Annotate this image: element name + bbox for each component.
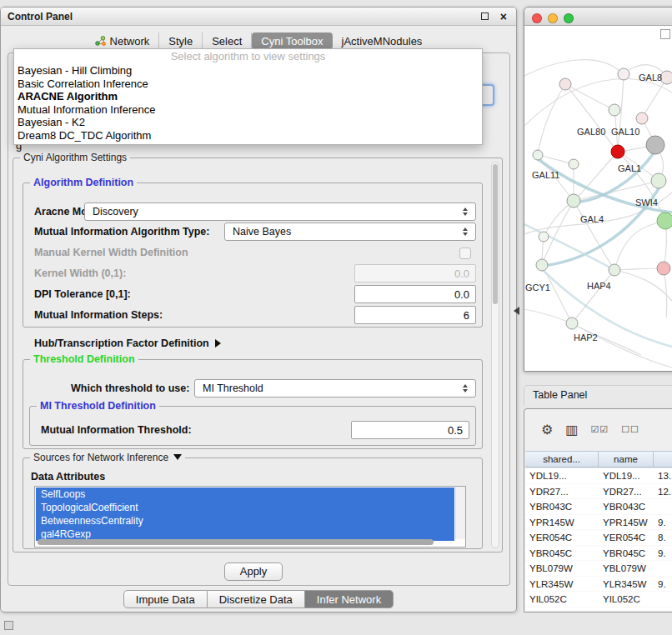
network-edge[interactable] — [524, 79, 672, 126]
table-cell: YIL052C — [599, 592, 654, 607]
network-edge[interactable] — [524, 309, 572, 323]
table-cell: YBR043C — [599, 499, 654, 514]
which-threshold-select[interactable]: MI Threshold — [194, 379, 476, 398]
node-label: GAL80 — [577, 127, 605, 137]
network-edge[interactable] — [565, 84, 614, 110]
dropdown-item[interactable]: Bayesian - K2 — [14, 116, 482, 129]
network-node[interactable] — [539, 232, 549, 242]
network-graph[interactable]: GAL8GAL80GAL10GAL11GAL1SWI4GAL4GCY1HAP4H… — [524, 26, 672, 371]
network-edge[interactable] — [524, 60, 624, 76]
table-row[interactable]: YBR045CYBR045C9. — [525, 546, 672, 562]
attribute-items: SelfLoopsTopologicalCoefficientBetweenne… — [36, 488, 454, 541]
table-row[interactable]: YPR145WYPR145W9. — [525, 515, 672, 531]
network-node[interactable] — [609, 264, 620, 276]
node-label: GAL11 — [532, 170, 559, 180]
network-canvas[interactable]: GAL8GAL80GAL10GAL11GAL1SWI4GAL4GCY1HAP4H… — [524, 26, 672, 371]
node-label: GAL1 — [618, 163, 641, 173]
aracne-mode-select[interactable]: Discovery — [84, 202, 476, 221]
table-cell: 9. — [654, 577, 672, 592]
attribute-list-item[interactable]: SelfLoops — [36, 488, 454, 501]
table-cell: 9. — [654, 546, 672, 561]
network-node[interactable] — [559, 78, 571, 90]
network-icon — [95, 36, 106, 46]
table-row[interactable]: YBR043CYBR043C — [525, 499, 672, 515]
dropdown-item[interactable]: Basic Correlation Inference — [14, 78, 482, 91]
bottom-tab-infer-network[interactable]: Infer Network — [305, 590, 394, 608]
network-node[interactable] — [618, 68, 629, 80]
table-cell — [654, 561, 672, 576]
apply-button[interactable]: Apply — [224, 562, 283, 581]
tab-style[interactable]: Style — [159, 32, 203, 49]
dropdown-item[interactable]: Dream8 DC_TDC Algorithm — [14, 129, 482, 142]
bottom-tab-discretize-data[interactable]: Discretize Data — [208, 590, 305, 608]
network-node[interactable] — [657, 212, 672, 229]
network-edge[interactable] — [538, 84, 565, 155]
network-edge[interactable] — [572, 323, 672, 368]
network-window-titlebar[interactable] — [524, 8, 672, 26]
table-row[interactable]: YDL19...YDL19...13... — [525, 468, 672, 484]
table-cell: 9. — [654, 515, 672, 530]
corner-panel-icon[interactable] — [4, 621, 13, 630]
dropdown-item[interactable]: ARACNE Algorithm — [14, 90, 482, 103]
bottom-tab-impute-data[interactable]: Impute Data — [123, 590, 208, 608]
network-node[interactable] — [567, 194, 580, 208]
traffic-light-zoom-icon[interactable] — [564, 13, 574, 23]
table-row[interactable]: YDR27...YDR27...12... — [525, 484, 672, 500]
dpi-tolerance-input[interactable] — [354, 285, 476, 303]
columns-icon[interactable]: ▥ — [565, 422, 578, 438]
unchecked-pair-icon[interactable]: ☐☐ — [621, 424, 639, 435]
attribute-list-item[interactable]: BetweennessCentrality — [36, 514, 454, 528]
column-header[interactable]: shared... — [525, 452, 599, 467]
traffic-light-close-icon[interactable] — [532, 13, 542, 23]
settings-scrollbar-thumb[interactable] — [493, 164, 498, 304]
network-node[interactable] — [569, 159, 579, 169]
network-node[interactable] — [651, 173, 666, 188]
table-panel-title[interactable]: Table Panel — [524, 385, 672, 405]
traffic-light-minimize-icon[interactable] — [548, 13, 558, 23]
mi-type-select[interactable]: Naive Bayes — [224, 222, 476, 241]
mi-threshold-input[interactable] — [351, 421, 469, 439]
control-panel-titlebar[interactable]: Control Panel × — [1, 8, 516, 26]
tab-select[interactable]: Select — [203, 32, 252, 49]
tab-cyni-toolbox[interactable]: Cyni Toolbox — [252, 32, 332, 49]
table-row[interactable]: YLR345WYLR345W9. — [525, 577, 672, 592]
column-header[interactable]: name — [599, 452, 654, 467]
network-edge[interactable] — [572, 270, 614, 323]
table-row[interactable]: YER054CYER054C8. — [525, 530, 672, 546]
network-node[interactable] — [536, 259, 548, 271]
network-node[interactable] — [657, 262, 670, 275]
network-edge[interactable] — [614, 221, 665, 270]
checked-pair-icon[interactable]: ☑☑ — [590, 424, 609, 435]
tab-jactivemnodules[interactable]: jActiveMNodules — [333, 32, 432, 49]
kernel-width-input[interactable] — [354, 264, 476, 282]
network-edge[interactable] — [614, 268, 664, 270]
settings-group-title: Cyni Algorithm Settings — [20, 152, 130, 163]
attribute-list-item[interactable]: TopologicalCoefficient — [36, 501, 454, 514]
close-icon[interactable]: × — [500, 9, 507, 24]
table-body: YDL19...YDL19...13...YDR27...YDR27...12.… — [525, 468, 672, 611]
dropdown-item[interactable]: Bayesian - Hill Climbing — [14, 64, 482, 78]
network-node[interactable] — [636, 112, 648, 124]
dropdown-item[interactable]: Mutual Information Inference — [14, 103, 482, 117]
network-node[interactable] — [646, 136, 664, 154]
table-row[interactable]: YBL079WYBL079W — [525, 561, 672, 577]
network-edge[interactable] — [576, 151, 655, 202]
sources-group-toggle[interactable]: Sources for Network Inference — [30, 452, 185, 463]
network-node[interactable] — [611, 145, 624, 158]
gear-icon[interactable]: ⚙ — [541, 422, 553, 438]
column-header[interactable] — [654, 452, 672, 467]
table-row[interactable]: YIL052CYIL052C — [525, 592, 672, 608]
list-hscrollbar-thumb[interactable] — [38, 539, 434, 545]
tab-network[interactable]: Network — [86, 32, 160, 49]
network-edge[interactable] — [565, 84, 618, 152]
hub-definition-toggle[interactable]: Hub/Transcription Factor Definition — [34, 338, 221, 349]
tab-label: Cyni Toolbox — [261, 35, 323, 48]
mi-steps-input[interactable] — [354, 306, 476, 324]
network-node[interactable] — [533, 150, 543, 160]
manual-kernel-checkbox[interactable] — [459, 248, 471, 259]
network-node[interactable] — [566, 318, 578, 329]
network-node[interactable] — [609, 104, 620, 116]
float-window-icon[interactable] — [481, 12, 489, 20]
panel-collapse-icon[interactable] — [514, 307, 519, 315]
network-overview-box[interactable] — [660, 29, 670, 39]
